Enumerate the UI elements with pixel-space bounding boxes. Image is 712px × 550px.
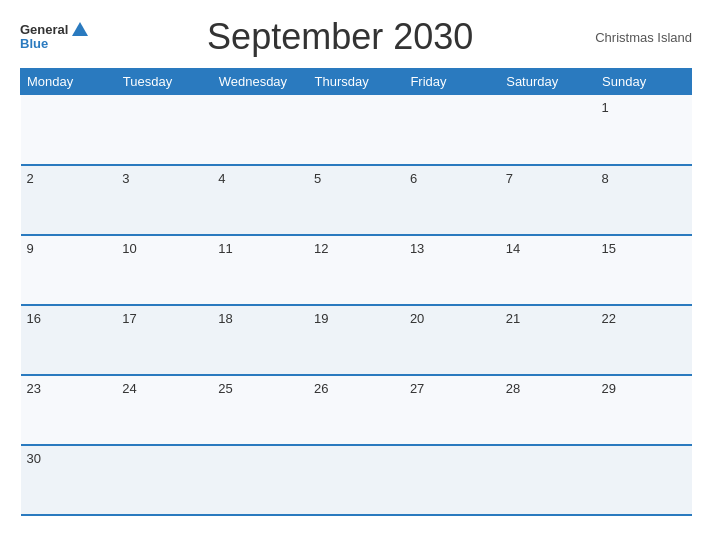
day-header-friday: Friday: [404, 69, 500, 95]
calendar-cell: 14: [500, 235, 596, 305]
calendar-cell: 22: [596, 305, 692, 375]
calendar-week-row: 1: [21, 95, 692, 165]
calendar-cell: 30: [21, 445, 117, 515]
calendar-cell: 16: [21, 305, 117, 375]
calendar-cell: 20: [404, 305, 500, 375]
day-number: 28: [506, 381, 520, 396]
day-number: 11: [218, 241, 232, 256]
day-number: 6: [410, 171, 417, 186]
calendar-grid: MondayTuesdayWednesdayThursdayFridaySatu…: [20, 68, 692, 516]
calendar-container: General Blue September 2030 Christmas Is…: [0, 0, 712, 550]
day-number: 8: [602, 171, 609, 186]
day-number: 3: [122, 171, 129, 186]
day-number: 5: [314, 171, 321, 186]
day-number: 23: [27, 381, 41, 396]
day-number: 30: [27, 451, 41, 466]
calendar-cell: 19: [308, 305, 404, 375]
calendar-cell: 8: [596, 165, 692, 235]
calendar-cell: [596, 445, 692, 515]
day-header-monday: Monday: [21, 69, 117, 95]
calendar-cell: [116, 445, 212, 515]
day-number: 2: [27, 171, 34, 186]
calendar-cell: 24: [116, 375, 212, 445]
calendar-cell: 3: [116, 165, 212, 235]
calendar-cell: [116, 95, 212, 165]
day-header-saturday: Saturday: [500, 69, 596, 95]
calendar-cell: 7: [500, 165, 596, 235]
calendar-cell: 12: [308, 235, 404, 305]
day-number: 15: [602, 241, 616, 256]
calendar-week-row: 2345678: [21, 165, 692, 235]
calendar-cell: 13: [404, 235, 500, 305]
calendar-cell: [212, 445, 308, 515]
day-header-thursday: Thursday: [308, 69, 404, 95]
calendar-cell: 17: [116, 305, 212, 375]
calendar-cell: [404, 95, 500, 165]
day-number: 21: [506, 311, 520, 326]
calendar-cell: [500, 95, 596, 165]
day-number: 22: [602, 311, 616, 326]
calendar-cell: 27: [404, 375, 500, 445]
calendar-title: September 2030: [88, 16, 592, 58]
day-number: 19: [314, 311, 328, 326]
calendar-cell: 6: [404, 165, 500, 235]
calendar-cell: 10: [116, 235, 212, 305]
calendar-cell: 1: [596, 95, 692, 165]
day-number: 26: [314, 381, 328, 396]
calendar-cell: 28: [500, 375, 596, 445]
calendar-cell: 25: [212, 375, 308, 445]
day-number: 25: [218, 381, 232, 396]
calendar-cell: [308, 95, 404, 165]
calendar-cell: 4: [212, 165, 308, 235]
calendar-cell: 26: [308, 375, 404, 445]
calendar-cell: [212, 95, 308, 165]
calendar-week-row: 23242526272829: [21, 375, 692, 445]
logo-triangle-icon: [72, 22, 88, 36]
day-header-wednesday: Wednesday: [212, 69, 308, 95]
location-label: Christmas Island: [592, 30, 692, 45]
day-number: 17: [122, 311, 136, 326]
calendar-cell: 18: [212, 305, 308, 375]
day-number: 10: [122, 241, 136, 256]
calendar-cell: [500, 445, 596, 515]
calendar-cell: 5: [308, 165, 404, 235]
calendar-cell: 29: [596, 375, 692, 445]
logo: General Blue: [20, 22, 88, 51]
logo-general: General: [20, 23, 68, 37]
calendar-cell: [404, 445, 500, 515]
day-number: 20: [410, 311, 424, 326]
calendar-cell: 9: [21, 235, 117, 305]
day-header-sunday: Sunday: [596, 69, 692, 95]
day-number: 29: [602, 381, 616, 396]
calendar-cell: [21, 95, 117, 165]
day-number: 9: [27, 241, 34, 256]
calendar-cell: 21: [500, 305, 596, 375]
day-number: 14: [506, 241, 520, 256]
day-header-tuesday: Tuesday: [116, 69, 212, 95]
calendar-header: General Blue September 2030 Christmas Is…: [20, 16, 692, 58]
day-number: 4: [218, 171, 225, 186]
calendar-cell: [308, 445, 404, 515]
calendar-cell: 15: [596, 235, 692, 305]
day-number: 18: [218, 311, 232, 326]
day-number: 13: [410, 241, 424, 256]
calendar-week-row: 30: [21, 445, 692, 515]
calendar-week-row: 16171819202122: [21, 305, 692, 375]
day-number: 16: [27, 311, 41, 326]
day-number: 7: [506, 171, 513, 186]
day-number: 1: [602, 100, 609, 115]
day-number: 27: [410, 381, 424, 396]
calendar-week-row: 9101112131415: [21, 235, 692, 305]
calendar-cell: 2: [21, 165, 117, 235]
logo-blue: Blue: [20, 37, 88, 51]
day-number: 12: [314, 241, 328, 256]
day-number: 24: [122, 381, 136, 396]
days-header-row: MondayTuesdayWednesdayThursdayFridaySatu…: [21, 69, 692, 95]
calendar-cell: 23: [21, 375, 117, 445]
calendar-cell: 11: [212, 235, 308, 305]
